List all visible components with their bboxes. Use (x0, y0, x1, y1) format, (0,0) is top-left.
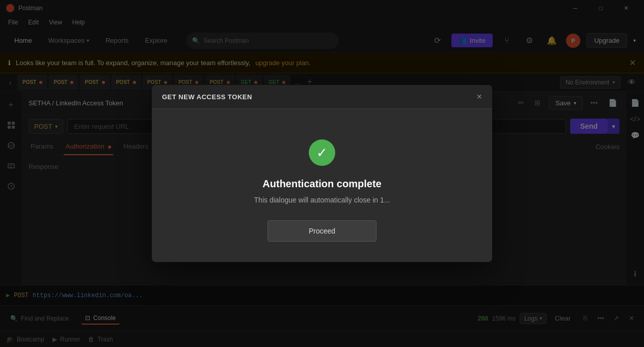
proceed-button[interactable]: Proceed (267, 220, 377, 242)
get-new-access-token-dialog: GET NEW ACCESS TOKEN × ✓ Authentication … (152, 85, 492, 262)
dialog-header: GET NEW ACCESS TOKEN × (152, 85, 492, 109)
dialog-body: ✓ Authentication complete This dialogue … (152, 109, 492, 262)
dialog-title: GET NEW ACCESS TOKEN (162, 93, 252, 101)
auth-subtitle: This dialogue will automatically close i… (254, 196, 390, 204)
success-icon: ✓ (309, 139, 335, 166)
modal-overlay: GET NEW ACCESS TOKEN × ✓ Authentication … (0, 0, 644, 347)
auth-complete-title: Authentication complete (262, 178, 381, 190)
dialog-close-button[interactable]: × (476, 92, 482, 101)
